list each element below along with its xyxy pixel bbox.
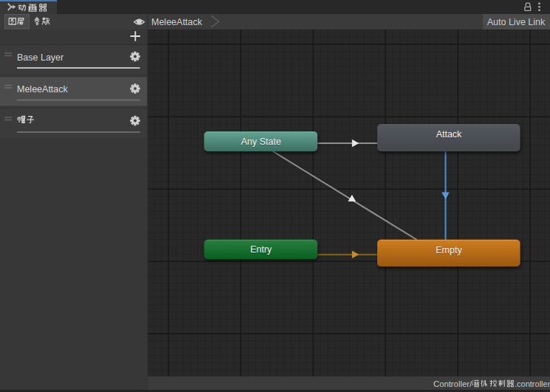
svg-text:Auto Live Link: Auto Live Link <box>487 17 546 27</box>
svg-text:MeleeAttack: MeleeAttack <box>151 17 203 27</box>
svg-text:Entry: Entry <box>250 244 272 255</box>
svg-text:Any State: Any State <box>241 137 281 147</box>
svg-text:Controller/: Controller/ <box>433 379 472 388</box>
svg-text:Base Layer: Base Layer <box>17 52 63 63</box>
svg-text:Empty: Empty <box>436 245 462 255</box>
svg-text:MeleeAttack: MeleeAttack <box>17 84 69 94</box>
svg-text:.controller: .controller <box>515 379 550 388</box>
svg-text:Attack: Attack <box>436 129 462 140</box>
